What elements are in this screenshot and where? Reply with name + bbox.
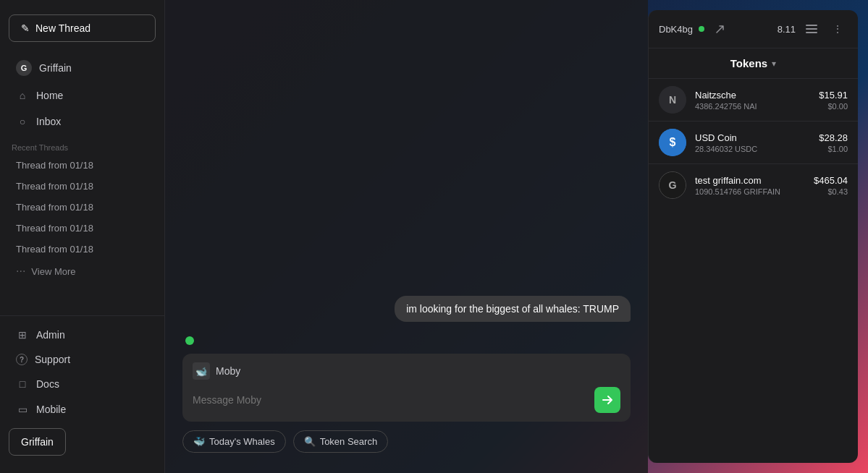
sidebar-item-label: Docs <box>36 378 59 390</box>
griffain-token-icon: G <box>660 171 686 199</box>
recent-threads-label: Recent Threads <box>0 135 164 155</box>
token-name: USD Coin <box>695 132 810 143</box>
send-button[interactable] <box>594 387 620 413</box>
thread-label: Thread from 01/18 <box>16 244 93 255</box>
view-more-icon: ··· <box>16 265 25 278</box>
sidebar-item-griffain[interactable]: G Griffain <box>4 54 160 82</box>
svg-rect-2 <box>806 32 817 33</box>
sidebar-item-admin[interactable]: ⊞ Admin <box>4 323 160 347</box>
moby-avatar: 🐋 <box>193 362 210 380</box>
tokens-header[interactable]: Tokens ▾ <box>649 48 858 79</box>
sidebar-item-support[interactable]: ? Support <box>4 348 160 371</box>
sidebar-item-label: Mobile <box>36 404 66 415</box>
svg-text:N: N <box>669 94 676 106</box>
status-indicator <box>185 336 194 345</box>
sidebar-item-inbox[interactable]: ○ Inbox <box>4 109 160 134</box>
griffain-icon: G <box>16 60 32 76</box>
tokens-chevron-icon: ▾ <box>772 59 776 69</box>
thread-label: Thread from 01/18 <box>16 202 93 213</box>
token-info-nai: Naitzsche 4386.242756 NAI <box>695 90 810 111</box>
search-label: Token Search <box>320 436 378 447</box>
sidebar-bottom: ⊞ Admin ? Support □ Docs ▭ Mobile Griffa… <box>0 315 164 464</box>
sidebar-item-label: Griffain <box>39 62 72 74</box>
sidebar-item-label: Support <box>35 354 70 365</box>
view-more-button[interactable]: ··· View More <box>4 260 160 282</box>
send-icon <box>602 394 613 406</box>
chat-input-row <box>193 387 620 413</box>
new-thread-icon: ✎ <box>21 22 30 34</box>
token-usd: $465.04 <box>814 175 848 186</box>
moby-label: Moby <box>216 365 240 377</box>
wallet-status-dot <box>699 26 704 32</box>
external-link-icon[interactable] <box>710 19 730 39</box>
griffain-token-avatar: G <box>659 171 686 199</box>
quick-actions: 🐳 Today's Whales 🔍 Token Search <box>182 430 631 459</box>
nai-icon: N <box>659 86 686 114</box>
thread-item[interactable]: Thread from 01/18 <box>4 239 160 259</box>
token-amount: 1090.514766 GRIFFAIN <box>695 187 805 196</box>
token-info-griffain: test griffain.com 1090.514766 GRIFFAIN <box>695 175 805 196</box>
token-values-nai: $15.91 $0.00 <box>819 90 848 111</box>
todays-whales-button[interactable]: 🐳 Today's Whales <box>182 430 286 453</box>
token-price: $0.43 <box>814 187 848 196</box>
panel-header: DbK4bg 8.11 ⋮ <box>649 10 858 48</box>
token-usd: $15.91 <box>819 90 848 101</box>
thread-item[interactable]: Thread from 01/18 <box>4 155 160 175</box>
token-usd: $28.28 <box>819 132 848 143</box>
sidebar-item-docs[interactable]: □ Docs <box>4 372 160 396</box>
chat-input-header: 🐋 Moby <box>193 362 620 380</box>
token-row-usdc[interactable]: $ USD Coin 28.346032 USDC $28.28 $1.00 <box>649 122 858 164</box>
svg-rect-1 <box>806 28 817 30</box>
chat-area: im looking for the biggest of all whales… <box>165 0 648 473</box>
view-more-label: View More <box>31 266 75 277</box>
token-info-usdc: USD Coin 28.346032 USDC <box>695 132 810 153</box>
thread-label: Thread from 01/18 <box>16 223 93 234</box>
sidebar-item-mobile[interactable]: ▭ Mobile <box>4 397 160 422</box>
list-icon[interactable] <box>801 19 822 39</box>
message-input[interactable] <box>193 394 589 406</box>
thread-item[interactable]: Thread from 01/18 <box>4 218 160 238</box>
svg-text:$: $ <box>670 136 676 148</box>
thread-item[interactable]: Thread from 01/18 <box>4 176 160 196</box>
search-icon: 🔍 <box>304 436 316 447</box>
support-icon: ? <box>16 354 28 365</box>
token-row-griffain[interactable]: G test griffain.com 1090.514766 GRIFFAIN… <box>649 164 858 206</box>
inbox-icon: ○ <box>16 115 29 128</box>
nai-avatar: N <box>659 86 686 114</box>
whales-label: Today's Whales <box>209 436 275 447</box>
admin-icon: ⊞ <box>16 328 29 341</box>
token-values-griffain: $465.04 $0.43 <box>814 175 848 196</box>
thread-label: Thread from 01/18 <box>16 181 93 192</box>
token-price: $1.00 <box>819 145 848 153</box>
chat-input-container: 🐋 Moby <box>182 354 631 422</box>
thread-item[interactable]: Thread from 01/18 <box>4 197 160 217</box>
right-panel: DbK4bg 8.11 ⋮ Tokens ▾ N <box>648 10 858 463</box>
sidebar-item-label: Inbox <box>36 116 61 127</box>
new-thread-label: New Thread <box>35 22 90 34</box>
griffain-footer-button[interactable]: Griffain <box>9 428 66 456</box>
griffain-footer-label: Griffain <box>21 436 54 448</box>
token-name: Naitzsche <box>695 90 810 101</box>
token-search-button[interactable]: 🔍 Token Search <box>293 430 389 453</box>
token-amount: 28.346032 USDC <box>695 145 810 153</box>
token-values-usdc: $28.28 $1.00 <box>819 132 848 153</box>
whales-icon: 🐳 <box>193 436 205 447</box>
thread-label: Thread from 01/18 <box>16 160 93 171</box>
token-price: $0.00 <box>819 102 848 111</box>
tokens-label: Tokens <box>730 57 767 69</box>
usdc-icon: $ <box>659 129 686 156</box>
token-row-nai[interactable]: N Naitzsche 4386.242756 NAI $15.91 $0.00 <box>649 79 858 122</box>
new-thread-button[interactable]: ✎ New Thread <box>9 14 156 42</box>
svg-text:G: G <box>668 179 676 191</box>
svg-rect-0 <box>806 25 817 26</box>
wallet-id: DbK4bg <box>659 24 693 35</box>
mobile-icon: ▭ <box>16 403 29 416</box>
token-name: test griffain.com <box>695 175 805 186</box>
sidebar-item-label: Admin <box>36 329 65 341</box>
usdc-avatar: $ <box>659 129 686 156</box>
sidebar-item-label: Home <box>36 90 63 101</box>
more-options-icon[interactable]: ⋮ <box>827 19 848 39</box>
token-amount: 4386.242756 NAI <box>695 102 810 111</box>
sidebar-item-home[interactable]: ⌂ Home <box>4 83 160 108</box>
sidebar: ✎ New Thread G Griffain ⌂ Home ○ Inbox R… <box>0 0 165 473</box>
